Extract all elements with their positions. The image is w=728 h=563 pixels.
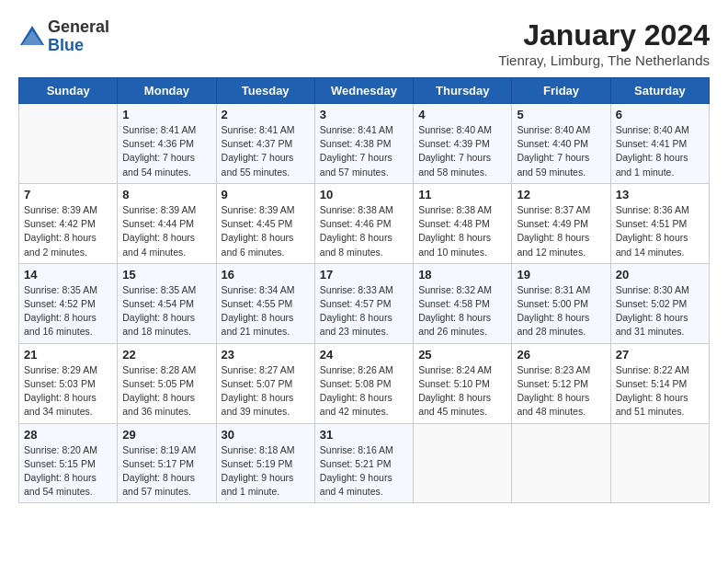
calendar-week-2: 7Sunrise: 8:39 AMSunset: 4:42 PMDaylight… [19, 183, 710, 263]
day-info: Sunrise: 8:37 AMSunset: 4:49 PMDaylight:… [517, 203, 605, 259]
calendar-cell: 12Sunrise: 8:37 AMSunset: 4:49 PMDayligh… [512, 183, 610, 263]
day-number: 24 [320, 348, 408, 362]
calendar-cell [19, 104, 118, 184]
day-number: 10 [320, 188, 408, 201]
day-info: Sunrise: 8:40 AMSunset: 4:40 PMDaylight:… [517, 123, 605, 179]
calendar-cell: 1Sunrise: 8:41 AMSunset: 4:36 PMDaylight… [118, 104, 216, 184]
day-number: 27 [616, 348, 704, 362]
calendar-cell: 19Sunrise: 8:31 AMSunset: 5:00 PMDayligh… [512, 263, 610, 343]
day-number: 19 [517, 268, 605, 282]
day-number: 31 [320, 428, 408, 442]
day-number: 28 [24, 428, 112, 442]
calendar-cell: 29Sunrise: 8:19 AMSunset: 5:17 PMDayligh… [118, 423, 216, 503]
day-header-thursday: Thursday [414, 78, 512, 104]
month-year: January 2024 [498, 18, 710, 52]
calendar-cell: 30Sunrise: 8:18 AMSunset: 5:19 PMDayligh… [216, 423, 314, 503]
calendar-cell: 21Sunrise: 8:29 AMSunset: 5:03 PMDayligh… [19, 343, 118, 423]
calendar-cell: 16Sunrise: 8:34 AMSunset: 4:55 PMDayligh… [216, 263, 314, 343]
day-info: Sunrise: 8:35 AMSunset: 4:54 PMDaylight:… [122, 283, 210, 339]
calendar-cell: 28Sunrise: 8:20 AMSunset: 5:15 PMDayligh… [19, 423, 118, 503]
page-header: General Blue January 2024 Tienray, Limbu… [18, 18, 710, 68]
day-number: 17 [320, 268, 408, 282]
day-header-friday: Friday [512, 78, 610, 104]
day-number: 11 [418, 188, 506, 201]
day-number: 23 [222, 348, 310, 362]
day-info: Sunrise: 8:38 AMSunset: 4:48 PMDaylight:… [418, 203, 506, 259]
calendar-cell [610, 423, 709, 503]
day-info: Sunrise: 8:38 AMSunset: 4:46 PMDaylight:… [320, 203, 408, 259]
calendar-week-1: 1Sunrise: 8:41 AMSunset: 4:36 PMDaylight… [19, 104, 710, 184]
day-number: 12 [517, 188, 605, 201]
calendar-cell: 8Sunrise: 8:39 AMSunset: 4:44 PMDaylight… [118, 183, 216, 263]
calendar-cell: 13Sunrise: 8:36 AMSunset: 4:51 PMDayligh… [610, 183, 709, 263]
day-info: Sunrise: 8:33 AMSunset: 4:57 PMDaylight:… [320, 283, 408, 339]
day-info: Sunrise: 8:19 AMSunset: 5:17 PMDaylight:… [122, 443, 210, 500]
day-header-monday: Monday [118, 78, 216, 104]
calendar-cell: 18Sunrise: 8:32 AMSunset: 4:58 PMDayligh… [414, 263, 512, 343]
day-info: Sunrise: 8:24 AMSunset: 5:10 PMDaylight:… [418, 363, 506, 419]
calendar-cell: 31Sunrise: 8:16 AMSunset: 5:21 PMDayligh… [314, 423, 413, 503]
day-info: Sunrise: 8:41 AMSunset: 4:36 PMDaylight:… [122, 123, 210, 179]
calendar-cell: 22Sunrise: 8:28 AMSunset: 5:05 PMDayligh… [118, 343, 216, 423]
calendar-week-4: 21Sunrise: 8:29 AMSunset: 5:03 PMDayligh… [19, 343, 710, 423]
day-number: 14 [24, 268, 112, 282]
day-info: Sunrise: 8:39 AMSunset: 4:45 PMDaylight:… [222, 203, 310, 259]
calendar-cell: 4Sunrise: 8:40 AMSunset: 4:39 PMDaylight… [414, 104, 512, 184]
calendar-cell: 24Sunrise: 8:26 AMSunset: 5:08 PMDayligh… [314, 343, 413, 423]
day-info: Sunrise: 8:39 AMSunset: 4:42 PMDaylight:… [24, 203, 112, 259]
calendar-cell: 17Sunrise: 8:33 AMSunset: 4:57 PMDayligh… [314, 263, 413, 343]
day-number: 8 [122, 188, 210, 201]
day-header-wednesday: Wednesday [314, 78, 413, 104]
logo-blue: Blue [48, 37, 109, 55]
calendar-table: SundayMondayTuesdayWednesdayThursdayFrid… [18, 77, 710, 503]
day-info: Sunrise: 8:29 AMSunset: 5:03 PMDaylight:… [24, 363, 112, 419]
calendar-cell: 20Sunrise: 8:30 AMSunset: 5:02 PMDayligh… [610, 263, 709, 343]
day-number: 3 [320, 108, 408, 121]
calendar-cell: 11Sunrise: 8:38 AMSunset: 4:48 PMDayligh… [414, 183, 512, 263]
calendar-cell: 6Sunrise: 8:40 AMSunset: 4:41 PMDaylight… [610, 104, 709, 184]
day-info: Sunrise: 8:30 AMSunset: 5:02 PMDaylight:… [616, 283, 704, 339]
day-header-sunday: Sunday [19, 78, 118, 104]
day-number: 4 [418, 108, 506, 121]
calendar-cell: 9Sunrise: 8:39 AMSunset: 4:45 PMDaylight… [216, 183, 314, 263]
calendar-cell: 15Sunrise: 8:35 AMSunset: 4:54 PMDayligh… [118, 263, 216, 343]
calendar-cell: 7Sunrise: 8:39 AMSunset: 4:42 PMDaylight… [19, 183, 118, 263]
day-number: 1 [122, 108, 210, 121]
day-number: 20 [616, 268, 704, 282]
calendar-body: 1Sunrise: 8:41 AMSunset: 4:36 PMDaylight… [19, 104, 710, 503]
day-info: Sunrise: 8:36 AMSunset: 4:51 PMDaylight:… [616, 203, 704, 259]
day-header-saturday: Saturday [610, 78, 709, 104]
day-header-tuesday: Tuesday [216, 78, 314, 104]
calendar-header: SundayMondayTuesdayWednesdayThursdayFrid… [19, 78, 710, 104]
calendar-cell: 14Sunrise: 8:35 AMSunset: 4:52 PMDayligh… [19, 263, 118, 343]
day-number: 29 [122, 428, 210, 442]
day-number: 5 [517, 108, 605, 121]
calendar-week-5: 28Sunrise: 8:20 AMSunset: 5:15 PMDayligh… [19, 423, 710, 503]
calendar-cell: 23Sunrise: 8:27 AMSunset: 5:07 PMDayligh… [216, 343, 314, 423]
calendar-cell: 2Sunrise: 8:41 AMSunset: 4:37 PMDaylight… [216, 104, 314, 184]
logo-text: General Blue [48, 18, 109, 55]
days-header-row: SundayMondayTuesdayWednesdayThursdayFrid… [19, 78, 710, 104]
day-info: Sunrise: 8:27 AMSunset: 5:07 PMDaylight:… [222, 363, 310, 419]
day-info: Sunrise: 8:41 AMSunset: 4:38 PMDaylight:… [320, 123, 408, 179]
day-number: 22 [122, 348, 210, 362]
logo-general: General [48, 18, 109, 37]
location: Tienray, Limburg, The Netherlands [498, 52, 710, 68]
day-info: Sunrise: 8:40 AMSunset: 4:39 PMDaylight:… [418, 123, 506, 179]
day-info: Sunrise: 8:40 AMSunset: 4:41 PMDaylight:… [616, 123, 704, 179]
day-number: 2 [222, 108, 310, 121]
calendar-week-3: 14Sunrise: 8:35 AMSunset: 4:52 PMDayligh… [19, 263, 710, 343]
day-number: 30 [222, 428, 310, 442]
day-info: Sunrise: 8:35 AMSunset: 4:52 PMDaylight:… [24, 283, 112, 339]
day-number: 18 [418, 268, 506, 282]
day-info: Sunrise: 8:22 AMSunset: 5:14 PMDaylight:… [616, 363, 704, 419]
day-info: Sunrise: 8:41 AMSunset: 4:37 PMDaylight:… [222, 123, 310, 179]
day-number: 15 [122, 268, 210, 282]
day-info: Sunrise: 8:16 AMSunset: 5:21 PMDaylight:… [320, 443, 408, 500]
day-number: 21 [24, 348, 112, 362]
calendar-cell: 25Sunrise: 8:24 AMSunset: 5:10 PMDayligh… [414, 343, 512, 423]
day-number: 26 [517, 348, 605, 362]
calendar-cell: 3Sunrise: 8:41 AMSunset: 4:38 PMDaylight… [314, 104, 413, 184]
logo: General Blue [18, 18, 109, 55]
day-info: Sunrise: 8:23 AMSunset: 5:12 PMDaylight:… [517, 363, 605, 419]
